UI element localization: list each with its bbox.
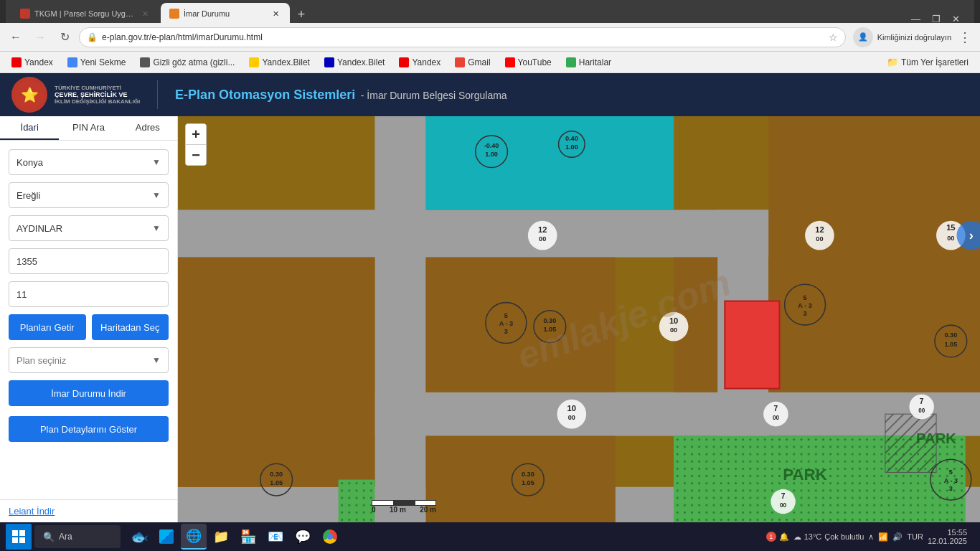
svg-text:7: 7 bbox=[920, 397, 924, 405]
tab-imar[interactable]: İmar Durumu ✕ bbox=[161, 3, 290, 24]
forward-button[interactable]: → bbox=[30, 27, 50, 47]
taskbar-app-edge[interactable]: 🌐 bbox=[181, 524, 207, 550]
svg-text:00: 00 bbox=[539, 235, 546, 242]
tab-pin-ara[interactable]: PIN Ara bbox=[59, 116, 118, 140]
district-arrow-icon: ▼ bbox=[152, 190, 161, 200]
bookmark-yandex-bilet2[interactable]: Yandex.Bilet bbox=[319, 56, 391, 69]
notification-bell-icon: 🔔 bbox=[779, 532, 789, 542]
download-button[interactable]: İmar Durumu İndir bbox=[9, 380, 169, 406]
ministry-logo: ⭐ bbox=[11, 77, 47, 113]
bookmark-gmail-label: Gmail bbox=[468, 57, 490, 67]
ministry-line3: İKLİM DEĞİŞİKLİĞİ BAKANLIĞI bbox=[55, 98, 140, 105]
bookmarks-bar: Yandex Yeni Sekme Gizli göz atma (gizli.… bbox=[0, 52, 980, 73]
app-title-area: E-Plan Otomasyon Sistemleri - İmar Durum… bbox=[175, 88, 507, 103]
tab-tkgm-favicon bbox=[20, 9, 30, 19]
haritalar-icon bbox=[566, 57, 576, 67]
parcel-input[interactable] bbox=[9, 248, 169, 274]
app-body: İdari PIN Ara Adres Konya ▼ Ereğli ▼ AYD… bbox=[0, 116, 980, 522]
svg-text:10: 10 bbox=[567, 404, 576, 413]
detail-button[interactable]: Plan Detaylarını Göster bbox=[9, 416, 169, 442]
svg-text:PARK: PARK bbox=[916, 430, 956, 446]
zoom-out-button[interactable]: − bbox=[186, 145, 206, 165]
tab-tkgm-close[interactable]: ✕ bbox=[139, 8, 151, 19]
bookmark-haritalar[interactable]: Haritalar bbox=[560, 56, 617, 69]
svg-text:3: 3 bbox=[949, 485, 953, 492]
start-button[interactable] bbox=[6, 524, 32, 550]
svg-text:5: 5 bbox=[804, 294, 807, 301]
bookmark-yandex-bilet2-label: Yandex.Bilet bbox=[337, 57, 385, 67]
bookmark-youtube[interactable]: YouTube bbox=[499, 56, 557, 69]
map-area[interactable]: + − emlakje.com bbox=[178, 116, 980, 522]
svg-text:1.05: 1.05 bbox=[270, 479, 283, 486]
svg-text:5: 5 bbox=[949, 468, 953, 476]
svg-text:00: 00 bbox=[947, 235, 954, 242]
zoom-in-button[interactable]: + bbox=[186, 124, 206, 144]
taskbar-app-store[interactable]: 🏪 bbox=[235, 524, 261, 550]
browser-menu-button[interactable]: ⋮ bbox=[956, 29, 974, 45]
new-tab-button[interactable]: + bbox=[291, 4, 311, 24]
plan-dropdown[interactable]: Plan seçiniz ▼ bbox=[9, 347, 169, 373]
sidebar-form: Konya ▼ Ereğli ▼ AYDINLAR ▼ Planları Get bbox=[0, 141, 177, 499]
leiant-link[interactable]: Leiant İndir bbox=[9, 506, 55, 517]
yandex2-icon bbox=[399, 57, 409, 67]
search-icon: 🔍 bbox=[43, 532, 55, 542]
province-dropdown[interactable]: Konya ▼ bbox=[9, 149, 169, 175]
scale-seg-2 bbox=[393, 500, 415, 506]
taskbar-app-windows[interactable] bbox=[154, 524, 179, 550]
bookmark-gmail[interactable]: Gmail bbox=[449, 56, 496, 69]
svg-text:0.30: 0.30 bbox=[522, 471, 534, 478]
profile-button[interactable]: 👤 bbox=[853, 27, 873, 47]
svg-rect-14 bbox=[426, 436, 616, 522]
neighborhood-dropdown[interactable]: AYDINLAR ▼ bbox=[9, 215, 169, 241]
svg-text:00: 00 bbox=[816, 235, 823, 242]
taskbar-weather[interactable]: ☁ 13°C Çok bulutlu bbox=[793, 532, 864, 542]
taskbar-search[interactable]: 🔍 Ara bbox=[34, 525, 121, 548]
bookmark-yandex[interactable]: Yandex bbox=[6, 56, 59, 69]
tab-adres[interactable]: Adres bbox=[118, 116, 177, 140]
tab-tkgm[interactable]: TKGM | Parsel Sorgu Uygulama... ✕ bbox=[11, 3, 159, 24]
address-bar[interactable]: 🔒 e-plan.gov.tr/e-plan/html/imarDurumu.h… bbox=[79, 27, 846, 47]
ministry-name: TÜRKİYE CUMHURİYETİ ÇEVRE, ŞEHİRCİLİK VE… bbox=[55, 85, 140, 105]
getir-button[interactable]: Planları Getir bbox=[9, 314, 86, 340]
clock-date: 12.01.2025 bbox=[928, 537, 967, 545]
svg-text:0.40: 0.40 bbox=[565, 135, 578, 142]
taskbar-app-outlook[interactable]: 📧 bbox=[263, 524, 288, 550]
sidebar-tab-bar: İdari PIN Ara Adres bbox=[0, 116, 177, 141]
harita-button[interactable]: Haritadan Seç bbox=[92, 314, 169, 340]
svg-text:00: 00 bbox=[918, 408, 925, 414]
tab-imar-favicon bbox=[169, 9, 179, 19]
tab-tkgm-label: TKGM | Parsel Sorgu Uygulama... bbox=[34, 9, 135, 18]
svg-text:0.30: 0.30 bbox=[944, 331, 957, 339]
taskbar-app-fish[interactable]: 🐟 bbox=[126, 524, 152, 550]
svg-text:0.30: 0.30 bbox=[270, 471, 283, 478]
tab-idari[interactable]: İdari bbox=[0, 116, 59, 140]
svg-text:10: 10 bbox=[669, 316, 678, 325]
tab-imar-close[interactable]: ✕ bbox=[270, 8, 281, 19]
bookmark-yandex-bilet[interactable]: Yandex.Bilet bbox=[243, 56, 316, 69]
tray-arrow-icon[interactable]: ∧ bbox=[868, 532, 874, 542]
bookmark-gizli[interactable]: Gizli göz atma (gizli... bbox=[134, 56, 240, 69]
svg-rect-84 bbox=[19, 530, 25, 536]
bookmark-yandex2[interactable]: Yandex bbox=[393, 56, 446, 69]
taskbar-notification[interactable]: 1 🔔 bbox=[766, 532, 789, 542]
bookmark-folder[interactable]: 📁 Tüm Yer İşaretleri bbox=[881, 55, 974, 69]
svg-text:1.00: 1.00 bbox=[485, 151, 498, 158]
scale-label-0: 0 bbox=[372, 506, 376, 514]
profile-text[interactable]: Kimliğinizi doğrulayın bbox=[877, 33, 951, 42]
svg-text:A - 3: A - 3 bbox=[499, 320, 513, 327]
svg-rect-85 bbox=[12, 537, 18, 543]
svg-text:A - 3: A - 3 bbox=[798, 302, 811, 309]
reload-button[interactable]: ↻ bbox=[55, 27, 75, 47]
bookmark-yeni-sekme[interactable]: Yeni Sekme bbox=[62, 56, 132, 69]
back-button[interactable]: ← bbox=[6, 27, 26, 47]
taskbar-app-teams[interactable]: 💬 bbox=[290, 524, 316, 550]
taskbar-app-files[interactable]: 📁 bbox=[208, 524, 234, 550]
block-input[interactable] bbox=[9, 281, 169, 307]
taskbar-app-chrome[interactable] bbox=[317, 524, 343, 550]
district-dropdown[interactable]: Ereğli ▼ bbox=[9, 182, 169, 208]
sidebar-bottom: Leiant İndir bbox=[0, 499, 177, 522]
weather-icon: ☁ bbox=[793, 532, 801, 542]
taskbar-clock[interactable]: 15:55 12.01.2025 bbox=[928, 528, 967, 545]
svg-text:1.05: 1.05 bbox=[522, 479, 534, 486]
bookmark-star-icon[interactable]: ☆ bbox=[829, 32, 838, 43]
